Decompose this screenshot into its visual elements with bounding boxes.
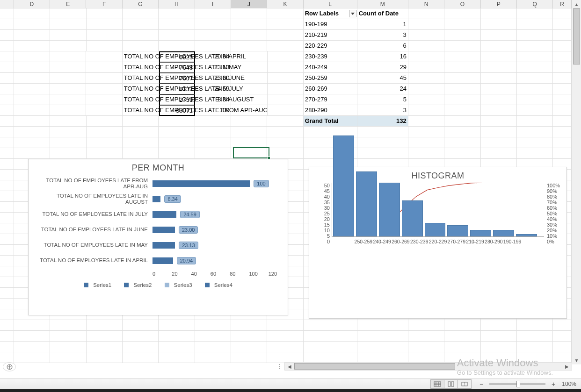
vertical-scroll-thumb[interactable] xyxy=(573,8,580,64)
bar xyxy=(153,196,160,202)
col-N[interactable]: N xyxy=(408,0,444,8)
bar xyxy=(153,211,176,218)
late-count[interactable]: 7648 xyxy=(159,62,195,73)
zoom-slider-handle[interactable] xyxy=(516,381,520,387)
pivot-count[interactable]: 1 xyxy=(357,19,408,30)
pivot-count[interactable]: 3 xyxy=(357,105,408,116)
col-K[interactable]: K xyxy=(267,0,303,8)
taskbar xyxy=(0,389,581,392)
col-J[interactable]: J xyxy=(231,0,267,8)
view-page-break-button[interactable] xyxy=(458,379,472,389)
col-H[interactable]: H xyxy=(159,0,195,8)
pivot-count[interactable]: 3 xyxy=(357,30,408,41)
col-R[interactable]: R xyxy=(553,0,572,8)
bar xyxy=(153,257,173,264)
pivot-count[interactable]: 16 xyxy=(357,51,408,62)
zoom-slider[interactable] xyxy=(489,383,545,385)
late-count[interactable]: 2759 xyxy=(159,94,195,105)
pivot-grand-total-label: Grand Total xyxy=(304,116,357,127)
scroll-right-icon[interactable]: ▶ xyxy=(562,363,572,370)
late-pct[interactable]: 23.13 xyxy=(195,62,231,73)
bar-label: TOTAL NO OF EMPLOYEES LATE FROM APR-AUG xyxy=(33,178,153,189)
late-count[interactable]: 33071 xyxy=(159,105,195,116)
pivot-count[interactable]: 24 xyxy=(357,84,408,94)
bar-data-label: 23.13 xyxy=(179,242,198,249)
scroll-down-icon[interactable]: ▼ xyxy=(572,356,581,364)
col-I[interactable]: I xyxy=(195,0,231,8)
late-count[interactable]: 7607 xyxy=(159,73,195,84)
bar-label: TOTAL NO OF EMPLOYEES LATE IN MAY xyxy=(33,242,153,248)
svg-rect-5 xyxy=(448,382,450,386)
pivot-row-labels-header[interactable]: Row Labels xyxy=(304,8,357,19)
pivot-bin[interactable]: 280-290 xyxy=(304,105,357,116)
bar-data-label: 100 xyxy=(254,180,269,187)
pivot-count[interactable]: 5 xyxy=(357,94,408,105)
late-pct[interactable]: 8.34 xyxy=(195,94,231,105)
view-normal-button[interactable] xyxy=(430,379,444,389)
pivot-count[interactable]: 45 xyxy=(357,73,408,84)
svg-rect-6 xyxy=(451,382,454,386)
col-O[interactable]: O xyxy=(444,0,480,8)
pivot-bin[interactable]: 270-279 xyxy=(304,94,357,105)
late-pct[interactable]: 20.94 xyxy=(195,51,231,62)
late-label[interactable]: TOTAL NO OF EMPLOYEES LATE IN JUNE xyxy=(123,73,159,84)
scroll-up-icon[interactable]: ▲ xyxy=(572,0,581,8)
histogram-bar xyxy=(333,135,354,236)
late-count[interactable]: 8132 xyxy=(159,84,195,94)
bar xyxy=(153,227,175,233)
col-Q[interactable]: Q xyxy=(517,0,553,8)
zoom-out-button[interactable]: − xyxy=(477,380,486,388)
late-label[interactable]: TOTAL NO OF EMPLOYEES LATE IN APRIL xyxy=(123,51,159,62)
bar-label: TOTAL NO OF EMPLOYEES LATE IN JULY xyxy=(33,211,153,217)
late-pct[interactable]: 100 xyxy=(195,105,231,116)
zoom-level[interactable]: 100% xyxy=(558,381,581,387)
bar-data-label: 23.00 xyxy=(179,226,198,234)
horizontal-scroll-thumb[interactable] xyxy=(294,363,455,370)
pivot-bin[interactable]: 230-239 xyxy=(304,51,357,62)
late-label[interactable]: TOTAL NO OF EMPLOYEES LATE IN MAY xyxy=(123,62,159,73)
pivot-count[interactable]: 6 xyxy=(357,41,408,51)
late-label[interactable]: TOTAL NO OF EMPLOYEES LATE IN AUGUST xyxy=(123,94,159,105)
histogram-bar xyxy=(425,223,446,236)
pivot-bin[interactable]: 250-259 xyxy=(304,73,357,84)
pivot-bin[interactable]: 260-269 xyxy=(304,84,357,94)
bar-data-label: 20.94 xyxy=(177,257,196,264)
col-F[interactable]: F xyxy=(86,0,122,8)
col-E[interactable]: E xyxy=(50,0,86,8)
status-bar: − + 100% xyxy=(0,378,581,389)
col-L[interactable]: L xyxy=(304,0,357,8)
pivot-count[interactable]: 29 xyxy=(357,62,408,73)
pivot-grand-total-value: 132 xyxy=(357,116,408,127)
bar xyxy=(153,180,250,187)
late-count[interactable]: 6925 xyxy=(159,51,195,62)
pivot-bin[interactable]: 190-199 xyxy=(304,19,357,30)
col-D[interactable]: D xyxy=(14,0,50,8)
pivot-bin[interactable]: 220-229 xyxy=(304,41,357,51)
pivot-filter-dropdown[interactable] xyxy=(349,10,356,17)
zoom-in-button[interactable]: + xyxy=(549,380,558,388)
scroll-left-icon[interactable]: ◀ xyxy=(285,363,294,370)
view-page-layout-button[interactable] xyxy=(444,379,458,389)
late-pct[interactable]: 23.00 xyxy=(195,73,231,84)
sheet-tab-splitter[interactable]: ⋮ xyxy=(276,362,283,371)
chart-histogram[interactable]: HISTOGRAM 50454035302520151050 250-25924… xyxy=(309,167,567,319)
col-P[interactable]: P xyxy=(481,0,517,8)
col-M[interactable]: M xyxy=(357,0,408,8)
histogram-bar xyxy=(516,234,537,236)
new-sheet-button[interactable]: ⊕ xyxy=(3,362,16,371)
histogram-bar xyxy=(356,171,377,236)
pivot-count-header: Count of Date xyxy=(357,8,408,19)
late-label[interactable]: TOTAL NO OF EMPLOYEES LATE FROM APR-AUG xyxy=(123,105,159,116)
col-G[interactable]: G xyxy=(123,0,159,8)
chart-per-month[interactable]: PER MONTH TOTAL NO OF EMPLOYEES LATE FRO… xyxy=(28,159,288,315)
horizontal-scrollbar[interactable]: ◀ ▶ xyxy=(284,362,572,371)
late-pct[interactable]: 24.59 xyxy=(195,84,231,94)
bar-label: TOTAL NO OF EMPLOYEES LATE IN AUGUST xyxy=(33,193,153,205)
vertical-scrollbar[interactable]: ▲ ▼ xyxy=(572,0,581,364)
pivot-bin[interactable]: 210-219 xyxy=(304,30,357,41)
bar-label: TOTAL NO OF EMPLOYEES LATE IN JUNE xyxy=(33,227,153,233)
late-label[interactable]: TOTAL NO OF EMPLOYEES LATE IN JULY xyxy=(123,84,159,94)
bar-data-label: 8.34 xyxy=(164,195,181,203)
bar-label: TOTAL NO OF EMPLOYEES LATE IN APRIL xyxy=(33,257,153,264)
pivot-bin[interactable]: 240-249 xyxy=(304,62,357,73)
